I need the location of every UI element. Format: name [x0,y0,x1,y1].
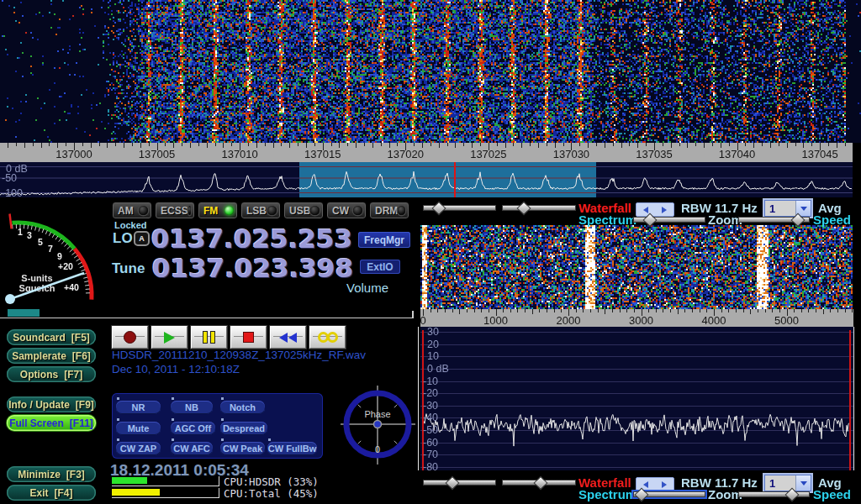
zoom-label: Zoom [708,213,742,227]
mode-button-usb[interactable]: USB [283,202,324,219]
brightness-slider-thumb[interactable] [533,476,547,491]
s-meter-scale-label: 7 [48,244,53,254]
mode-button-label: FM [203,205,218,217]
mode-button-drm[interactable]: DRM [369,202,409,219]
mode-led [267,206,277,215]
chevron-down-icon [800,207,807,211]
af-waterfall[interactable] [420,225,853,309]
s-meter-scale-label: 1 [18,227,23,237]
zoom-slider[interactable] [633,490,705,499]
avg-dropdown-arrow[interactable] [795,475,811,491]
af-spectrum-left-border [418,327,419,470]
menu-button-key: [F3] [66,469,85,480]
dsp-button-agc-off[interactable]: AGC Off [171,422,215,435]
stop-button[interactable] [230,326,267,349]
speed-slider[interactable] [738,490,810,499]
af-spectrum[interactable] [420,327,853,470]
s-meter[interactable]: 13579+20+40 S-units Squelch [0,200,109,322]
lo-frequency[interactable]: 0137.025.253 [151,223,352,254]
play-icon [164,332,175,344]
loop-button[interactable] [309,326,346,349]
avg-dropdown-value: 1 [765,201,795,216]
s-meter-scale-label: 5 [38,237,43,247]
menu-button-key: [F6] [72,350,91,362]
rewind-button[interactable] [270,326,306,349]
mode-button-fm[interactable]: FM [198,202,238,219]
spin-left-icon[interactable] [643,207,648,213]
locked-label: Locked [114,220,147,230]
cpu-hdsdr-fill [112,477,147,484]
menu-button-label: Minimize [18,469,61,480]
menu-button-key: [F5] [71,332,90,344]
contrast-slider[interactable] [423,478,496,487]
mode-led [224,206,234,215]
dsp-button-cw-afc[interactable]: CW AFC [171,442,213,455]
menu-button-samplerate[interactable]: Samplerate[F6] [7,348,96,364]
s-meter-scale-label: +20 [58,261,73,271]
s-meter-scale-label: 9 [57,251,62,261]
brightness-slider[interactable] [502,478,576,487]
spin-right-icon[interactable] [662,207,667,213]
mode-button-lsb[interactable]: LSB [240,202,281,219]
mode-button-cw[interactable]: CW [326,202,367,219]
contrast-slider-thumb[interactable] [446,476,460,491]
phase-label: Phase [364,409,390,419]
speed-slider-thumb[interactable] [784,488,799,502]
play-button[interactable] [151,326,188,349]
dsp-button-notch[interactable]: Notch [220,401,265,414]
recording-filename: HDSDR_20111210_120938Z_137025kHz_RF.wav [112,349,366,361]
spectrum-label: Spectrum [578,487,637,501]
zoom-slider[interactable] [633,215,705,224]
cpu-total-bar [112,488,219,498]
brightness-slider[interactable] [502,203,576,213]
menu-button-soundcard[interactable]: Soundcard[F5] [7,329,96,345]
contrast-slider-thumb[interactable] [432,202,446,216]
pause-button[interactable] [191,326,227,349]
chevron-down-icon [800,481,807,486]
avg-dropdown[interactable]: 1 [764,475,811,491]
squelch-marker[interactable] [10,214,12,229]
menu-button-options[interactable]: Options[F7] [7,366,96,382]
dsp-button-mute[interactable]: Mute [116,422,161,435]
mode-buttons: AMECSSFMLSBUSBCWDRM [112,202,409,219]
mode-button-label: AM [118,205,134,217]
contrast-slider[interactable] [423,203,496,213]
dsp-button-nb[interactable]: NB [171,401,213,414]
extio-button[interactable]: ExtIO [360,260,400,274]
avg-dropdown[interactable]: 1 [764,200,811,217]
s-units-label: S-units [21,273,52,283]
spin-right-icon[interactable] [662,481,667,488]
brightness-slider-track [502,205,576,211]
menu-button-key: [F11] [70,417,93,429]
menu-button-full-screen[interactable]: Full Screen[F11] [7,415,96,431]
mode-button-ecss[interactable]: ECSS [155,202,195,219]
rf-frequency-scale[interactable] [0,143,853,162]
mode-button-am[interactable]: AM [112,202,152,219]
speed-slider[interactable] [738,215,810,224]
record-button[interactable] [112,326,148,349]
menu-button-info-update[interactable]: Info / Update[F9] [7,396,96,412]
brightness-slider-thumb[interactable] [517,202,531,216]
mode-led [398,206,405,215]
spin-left-icon[interactable] [643,481,648,488]
freqmgr-button[interactable]: FreqMgr [358,232,410,248]
rf-spectrum[interactable] [0,162,853,197]
stop-icon [243,332,254,343]
menu-button-exit[interactable]: Exit[F4] [7,485,96,501]
cpu-hdsdr-bar [112,476,219,486]
lo-mode-badge[interactable]: A [134,231,150,246]
squelch-indicator[interactable] [8,309,40,317]
s-meter-pivot [5,294,15,304]
dsp-button-nr[interactable]: NR [116,401,161,414]
af-frequency-scale[interactable] [420,309,853,327]
dsp-button-cw-peak[interactable]: CW Peak [220,442,265,455]
rf-waterfall[interactable] [0,0,861,143]
tune-frequency[interactable]: 0137.023.398 [152,253,353,283]
dsp-button-cw-fullbw[interactable]: CW FullBw [267,442,317,455]
dsp-button-cw-zap[interactable]: CW ZAP [116,442,161,455]
menu-button-key: [F9] [76,399,94,411]
dsp-button-despread[interactable]: Despread [220,422,267,435]
menu-button-minimize[interactable]: Minimize[F3] [7,466,96,482]
rewind-icon [279,333,297,343]
s-meter-scale-label: +40 [64,282,79,292]
